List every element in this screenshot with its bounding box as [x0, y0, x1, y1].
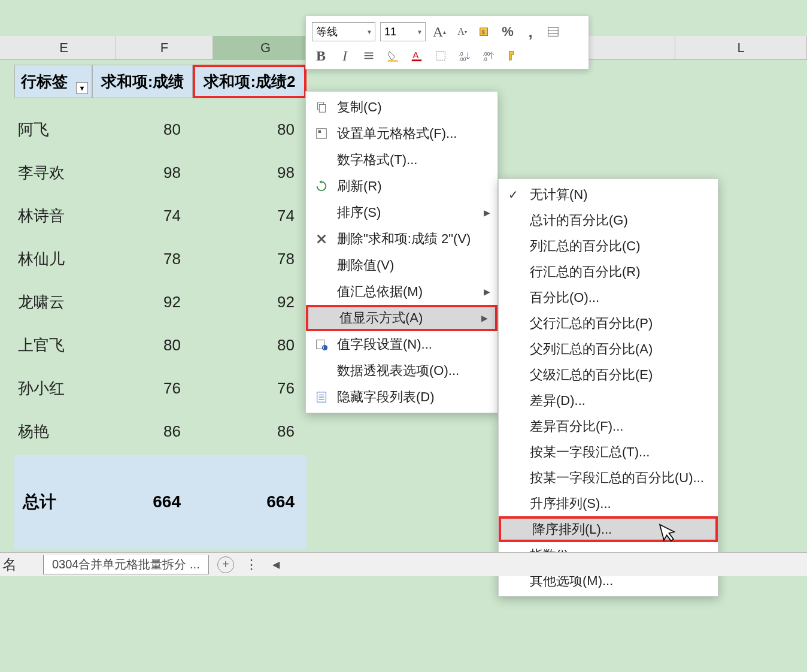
- pivot-sum1-header[interactable]: 求和项:成绩: [92, 65, 193, 98]
- col-header-g[interactable]: G: [213, 36, 318, 59]
- menu-label: 数字格式(T)...: [337, 151, 417, 169]
- svg-rect-11: [436, 52, 445, 60]
- submenu-pct-grand[interactable]: 总计的百分比(G): [499, 207, 718, 233]
- menu-number-format[interactable]: 数字格式(T)...: [306, 147, 497, 173]
- table-row[interactable]: 龙啸云9292: [14, 280, 307, 323]
- row-val2: 80: [193, 120, 307, 139]
- submenu-label: 行汇总的百分比(R): [530, 263, 641, 281]
- mini-toolbar: 等线▼ 11▼ A▴ A▾ $ % , B I A .0.00 .00.0: [305, 16, 589, 69]
- format-painter-icon[interactable]: [503, 47, 521, 65]
- col-header-l[interactable]: L: [675, 36, 807, 59]
- row-val1: 98: [92, 164, 193, 182]
- sheet-tab[interactable]: 0304合并单元格批量拆分 ...: [43, 555, 209, 574]
- menu-summarize-by[interactable]: 值汇总依据(M)▶: [306, 279, 497, 305]
- menu-label: 值汇总依据(M): [337, 283, 423, 301]
- menu-copy[interactable]: 复制(C): [306, 94, 497, 120]
- show-values-as-submenu: ✓无计算(N) 总计的百分比(G) 列汇总的百分比(C) 行汇总的百分比(R) …: [498, 178, 718, 597]
- submenu-label: 总计的百分比(G): [530, 211, 628, 229]
- table-row[interactable]: 阿飞8080: [14, 108, 307, 151]
- fill-color-icon[interactable]: [384, 47, 402, 65]
- scroll-left-icon[interactable]: ◀: [270, 559, 282, 571]
- format-as-table-icon[interactable]: [544, 23, 562, 41]
- pivot-row-label-header[interactable]: 行标签 ▾: [14, 65, 92, 98]
- submenu-no-calc[interactable]: ✓无计算(N): [499, 181, 718, 207]
- table-row[interactable]: 上官飞8080: [14, 323, 307, 367]
- submenu-label: 升序排列(S)...: [530, 495, 611, 513]
- menu-label: 隐藏字段列表(D): [337, 388, 435, 406]
- row-val1: 78: [92, 250, 193, 268]
- svg-rect-19: [318, 131, 321, 134]
- row-name: 杨艳: [14, 421, 92, 442]
- row-val1: 76: [92, 379, 193, 398]
- menu-delete-field[interactable]: 删除"求和项:成绩 2"(V): [306, 226, 497, 252]
- bold-icon[interactable]: B: [312, 47, 330, 65]
- submenu-pct-parent[interactable]: 父级汇总的百分比(E): [499, 362, 718, 388]
- increase-decimal-icon[interactable]: .0.00: [456, 47, 474, 65]
- partial-tab-text: 名: [2, 555, 17, 574]
- total-val2: 664: [193, 492, 307, 511]
- menu-label: 复制(C): [337, 98, 382, 116]
- table-row[interactable]: 孙小红7676: [14, 367, 307, 410]
- font-name-dropdown[interactable]: 等线▼: [312, 22, 375, 41]
- row-val1: 92: [92, 293, 193, 311]
- svg-rect-18: [317, 129, 327, 139]
- menu-delete-value[interactable]: 删除值(V): [306, 252, 497, 279]
- submenu-pct-of[interactable]: 百分比(O)...: [499, 284, 718, 310]
- chevron-down-icon: ▼: [417, 29, 423, 35]
- svg-rect-2: [548, 28, 559, 37]
- submenu-rank-desc[interactable]: 降序排列(L)...: [499, 516, 718, 542]
- field-settings-icon: i: [313, 336, 330, 353]
- menu-value-field-settings[interactable]: i值字段设置(N)...: [306, 331, 497, 358]
- menu-label: 值字段设置(N)...: [337, 335, 432, 353]
- col-header-f[interactable]: F: [116, 36, 213, 59]
- pivot-row-label-text: 行标签: [21, 71, 68, 92]
- row-name: 李寻欢: [14, 162, 92, 183]
- submenu-running-total[interactable]: 按某一字段汇总(T)...: [499, 439, 718, 465]
- decrease-decimal-icon[interactable]: .00.0: [480, 47, 497, 65]
- percent-format-icon[interactable]: %: [499, 23, 517, 41]
- row-val2: 86: [193, 422, 307, 441]
- pivot-sum2-header[interactable]: 求和项:成绩2: [193, 65, 307, 98]
- menu-label: 刷新(R): [337, 177, 382, 195]
- chevron-down-icon: ▼: [366, 29, 372, 35]
- submenu-pct-parent-col[interactable]: 父列汇总的百分比(A): [499, 336, 718, 362]
- menu-show-values-as[interactable]: 值显示方式(A)▶: [306, 305, 497, 331]
- borders-icon[interactable]: [432, 47, 450, 65]
- table-row[interactable]: 杨艳8686: [14, 410, 307, 453]
- align-icon[interactable]: [360, 47, 378, 65]
- menu-format-cells[interactable]: 设置单元格格式(F)...: [306, 120, 497, 147]
- sheet-tab-options-icon[interactable]: ⋮: [245, 557, 258, 573]
- svg-text:.0: .0: [459, 52, 463, 57]
- menu-pivot-options[interactable]: 数据透视表选项(O)...: [306, 358, 497, 384]
- row-label-dropdown-icon[interactable]: ▾: [76, 82, 88, 94]
- field-list-icon: [313, 389, 330, 405]
- decrease-font-icon[interactable]: A▾: [453, 23, 471, 41]
- submenu-rank-asc[interactable]: 升序排列(S)...: [499, 491, 718, 516]
- table-row[interactable]: 林仙儿7878: [14, 237, 307, 280]
- italic-icon[interactable]: I: [336, 47, 354, 65]
- menu-sort[interactable]: 排序(S)▶: [306, 199, 497, 226]
- comma-format-icon[interactable]: ,: [521, 23, 539, 41]
- menu-hide-field-list[interactable]: 隐藏字段列表(D): [306, 384, 497, 410]
- accounting-format-icon[interactable]: $: [476, 23, 494, 41]
- submenu-pct-parent-row[interactable]: 父行汇总的百分比(P): [499, 310, 718, 336]
- table-row[interactable]: 李寻欢9898: [14, 151, 307, 194]
- add-sheet-button[interactable]: +: [217, 556, 234, 573]
- pivot-total-row[interactable]: 总计 664 664: [14, 455, 307, 549]
- font-color-icon[interactable]: A: [408, 47, 426, 65]
- submenu-pct-diff[interactable]: 差异百分比(F)...: [499, 413, 718, 439]
- col-header-e[interactable]: E: [12, 36, 116, 59]
- increase-font-icon[interactable]: A▴: [430, 23, 448, 41]
- submenu-label: 列汇总的百分比(C): [530, 237, 641, 255]
- row-val2: 78: [193, 250, 307, 268]
- font-size-dropdown[interactable]: 11▼: [380, 22, 426, 41]
- submenu-pct-row[interactable]: 行汇总的百分比(R): [499, 259, 718, 284]
- menu-label: 数据透视表选项(O)...: [337, 362, 459, 380]
- row-val2: 76: [193, 379, 307, 398]
- submenu-pct-running[interactable]: 按某一字段汇总的百分比(U)...: [499, 465, 718, 491]
- submenu-label: 差异百分比(F)...: [530, 417, 623, 435]
- table-row[interactable]: 林诗音7474: [14, 194, 307, 237]
- submenu-diff[interactable]: 差异(D)...: [499, 388, 718, 413]
- submenu-pct-col[interactable]: 列汇总的百分比(C): [499, 233, 718, 259]
- menu-refresh[interactable]: 刷新(R): [306, 173, 497, 199]
